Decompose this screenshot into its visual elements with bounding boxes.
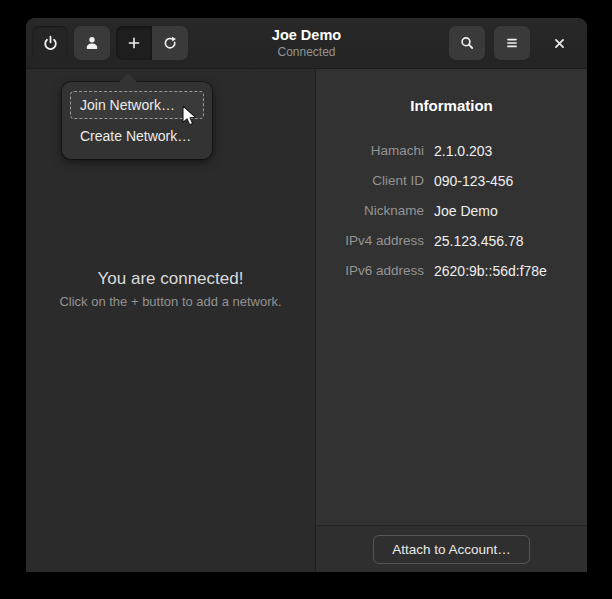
- empty-state-title: You are connected!: [26, 269, 315, 289]
- menu-item-create-network[interactable]: Create Network…: [70, 122, 204, 150]
- plus-icon: [126, 35, 142, 51]
- hamburger-menu-icon: [504, 35, 520, 51]
- app-window: Joe Demo Connected: [26, 18, 587, 572]
- network-actions-group: [116, 26, 188, 60]
- connection-status: Connected: [272, 45, 341, 59]
- power-toggle-button[interactable]: [32, 26, 68, 60]
- information-content: Information Hamachi2.1.0.203Client ID090…: [316, 69, 587, 525]
- info-label: Hamachi: [316, 136, 424, 166]
- attach-account-button[interactable]: Attach to Account…: [373, 535, 530, 564]
- refresh-icon: [162, 35, 178, 51]
- information-heading: Information: [316, 97, 587, 114]
- window-title: Joe Demo: [272, 27, 341, 44]
- titlebar: Joe Demo Connected: [26, 18, 587, 69]
- window-title-block: Joe Demo Connected: [272, 27, 341, 60]
- info-value: 2.1.0.203: [434, 136, 587, 166]
- titlebar-right-buttons: [449, 26, 574, 60]
- search-icon: [459, 35, 475, 51]
- info-value: Joe Demo: [434, 196, 587, 226]
- info-value: 2620:9b::56d:f78e: [434, 256, 587, 286]
- add-network-button[interactable]: [116, 26, 152, 60]
- menu-item-join-network[interactable]: Join Network…: [70, 91, 204, 119]
- info-label: IPv4 address: [316, 226, 424, 256]
- info-label: Client ID: [316, 166, 424, 196]
- info-rows: Hamachi2.1.0.203Client ID090-123-456Nick…: [316, 136, 587, 286]
- info-label: IPv6 address: [316, 256, 424, 286]
- titlebar-left-buttons: [32, 26, 188, 60]
- popover-arrow: [119, 73, 137, 82]
- information-pane: Information Hamachi2.1.0.203Client ID090…: [316, 69, 587, 572]
- empty-state: You are connected! Click on the + button…: [26, 269, 315, 309]
- close-button[interactable]: [544, 28, 574, 58]
- desktop-background: Joe Demo Connected: [0, 0, 612, 599]
- account-button[interactable]: [74, 26, 110, 60]
- info-value: 25.123.456.78: [434, 226, 587, 256]
- person-icon: [84, 35, 100, 51]
- power-icon: [42, 35, 59, 52]
- add-network-menu: Join Network… Create Network…: [62, 82, 212, 159]
- close-icon: [552, 36, 567, 51]
- empty-state-subtitle: Click on the + button to add a network.: [26, 294, 315, 309]
- menu-button[interactable]: [494, 26, 530, 60]
- search-button[interactable]: [449, 26, 485, 60]
- info-label: Nickname: [316, 196, 424, 226]
- info-value: 090-123-456: [434, 166, 587, 196]
- refresh-button[interactable]: [152, 26, 188, 60]
- action-bar: Attach to Account…: [316, 525, 587, 572]
